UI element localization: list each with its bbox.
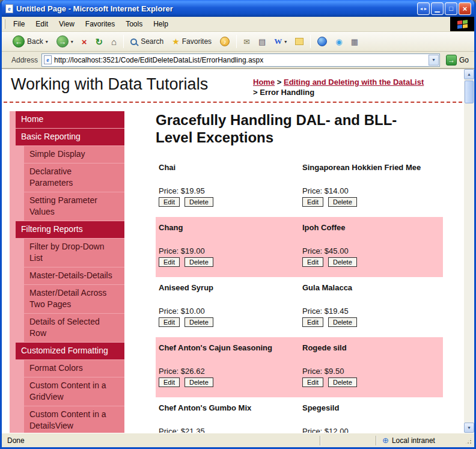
scrollbar-thumb[interactable]	[465, 81, 474, 103]
product-name: Gula Malacca	[302, 283, 439, 292]
close-button[interactable]: ×	[459, 2, 471, 15]
sidebar-item-custom-content-detailsview[interactable]: Custom Content in a DetailsView	[24, 406, 124, 433]
research-button[interactable]	[314, 34, 331, 49]
edit-button[interactable]: Edit	[159, 317, 180, 327]
product-price: Price: $19.95	[159, 186, 296, 195]
sidebar-item-basic-reporting[interactable]: Basic Reporting	[16, 129, 124, 145]
home-button[interactable]: ⌂	[108, 35, 120, 49]
favorites-button[interactable]: ★ Favorites	[168, 35, 215, 48]
sidebar-item-master-details-details[interactable]: Master-Details-Details	[24, 267, 124, 284]
delete-button[interactable]: Delete	[328, 377, 357, 387]
delete-button[interactable]: Delete	[328, 257, 357, 267]
intranet-zone-icon: ⊕	[382, 436, 389, 445]
status-text: Done	[4, 435, 318, 446]
title-bar[interactable]: e Untitled Page - Microsoft Internet Exp…	[2, 0, 474, 17]
sidebar-item-declarative-parameters[interactable]: Declarative Parameters	[24, 163, 124, 192]
delete-button[interactable]: Delete	[185, 317, 213, 327]
security-zone-label: Local intranet	[392, 436, 435, 445]
menu-favorites[interactable]: Favorites	[80, 17, 120, 31]
browser-viewport: Working with Data Tutorials Home > Editi…	[2, 69, 474, 433]
forward-button[interactable]: → ▾	[53, 33, 77, 50]
sidebar-item-custom-content-gridview[interactable]: Custom Content in a GridView	[24, 377, 124, 406]
toolbar-separator	[236, 35, 237, 48]
edit-button[interactable]: Edit	[302, 317, 323, 327]
product-price: Price: $12.00	[302, 427, 439, 433]
menu-tools[interactable]: Tools	[120, 17, 148, 31]
sidebar-item-format-colors[interactable]: Format Colors	[24, 360, 124, 377]
menubar-grip[interactable]	[4, 19, 5, 29]
go-label: Go	[459, 56, 469, 64]
sidebar-item-filtering-reports[interactable]: Filtering Reports	[16, 221, 124, 238]
go-button[interactable]: → Go	[444, 54, 471, 66]
resize-grip[interactable]	[465, 437, 472, 445]
messenger-button[interactable]: ◉	[332, 35, 346, 48]
sidebar-item-customized-formatting[interactable]: Customized Formatting	[16, 343, 124, 359]
sidebar-item-simple-display[interactable]: Simple Display	[24, 146, 124, 163]
product-name: Chang	[159, 223, 296, 232]
sidebar-item-filter-by-dropdown-list[interactable]: Filter by Drop-Down List	[24, 239, 124, 267]
stop-button[interactable]: ×	[78, 35, 91, 49]
vertical-scrollbar[interactable]: ▲ ▼	[464, 69, 474, 433]
search-label: Search	[141, 37, 163, 46]
statusbar-separator	[376, 436, 377, 445]
edit-button[interactable]: Edit	[159, 197, 180, 207]
product-price: Price: $9.50	[302, 367, 439, 376]
product-price: Price: $21.35	[159, 427, 296, 433]
edit-button[interactable]: Edit	[302, 197, 323, 207]
page-body: Home Basic Reporting Simple Display Decl…	[2, 103, 464, 433]
discuss-button[interactable]	[291, 35, 307, 47]
sidebar-item-home[interactable]: Home	[16, 111, 124, 128]
delete-button[interactable]: Delete	[328, 317, 357, 327]
product-name: Aniseed Syrup	[159, 283, 296, 292]
back-button[interactable]: ← Back ▾	[9, 33, 52, 50]
minimize-button[interactable]: ▁	[431, 2, 444, 15]
product-row: Chang Price: $19.00 EditDelete Ipoh Coff…	[156, 217, 443, 277]
sidebar-item-details-of-selected-row[interactable]: Details of Selected Row	[24, 314, 124, 342]
delete-button[interactable]: Delete	[328, 197, 357, 207]
favorites-label: Favorites	[182, 37, 212, 46]
delete-button[interactable]: Delete	[185, 257, 213, 267]
delete-button[interactable]: Delete	[185, 197, 213, 207]
mail-button[interactable]: ✉	[240, 35, 254, 48]
edit-with-word-button[interactable]: W ▾	[270, 34, 290, 49]
product-row: Chef Anton's Cajun Seasoning Price: $26.…	[156, 337, 443, 397]
maximize-button[interactable]: □	[445, 2, 457, 15]
window-title: Untitled Page - Microsoft Internet Explo…	[16, 4, 414, 13]
breadcrumb-separator: >	[253, 88, 258, 97]
edit-button[interactable]: Edit	[302, 257, 323, 267]
product-cell: Singaporean Hokkien Fried Mee Price: $14…	[299, 157, 443, 217]
breadcrumb-home-link[interactable]: Home	[253, 78, 275, 87]
page-header: Working with Data Tutorials Home > Editi…	[4, 69, 462, 103]
sidebar-item-master-detail-across-two-pages[interactable]: Master/Detail Across Two Pages	[24, 285, 124, 313]
edit-button[interactable]: Edit	[159, 377, 180, 387]
menu-file[interactable]: File	[8, 17, 30, 31]
edit-button[interactable]: Edit	[302, 377, 323, 387]
breadcrumb-section-link[interactable]: Editing and Deleting with the DataList	[284, 78, 424, 87]
site-title: Working with Data Tutorials	[11, 75, 208, 94]
product-name: Chai	[159, 163, 296, 172]
menu-edit[interactable]: Edit	[30, 17, 53, 31]
edit-button[interactable]: Edit	[159, 257, 180, 267]
print-button[interactable]: ▤	[255, 35, 269, 48]
favorites-icon: ★	[172, 37, 180, 46]
product-price: Price: $19.45	[302, 307, 439, 316]
menu-view[interactable]: View	[53, 17, 80, 31]
toolbar-separator	[123, 35, 124, 48]
address-input[interactable]	[54, 56, 426, 64]
word-dropdown-icon: ▾	[284, 39, 287, 44]
sidebar-item-setting-parameter-values[interactable]: Setting Parameter Values	[24, 192, 124, 221]
menu-help[interactable]: Help	[148, 17, 174, 31]
address-dropdown-button[interactable]: ▾	[429, 55, 439, 66]
media-button[interactable]: ♪	[216, 34, 233, 49]
globe-icon	[317, 37, 327, 46]
scroll-down-button[interactable]: ▼	[464, 423, 474, 433]
product-name: Ipoh Coffee	[302, 223, 439, 232]
quick-launch-button[interactable]: ▦	[347, 35, 362, 48]
refresh-button[interactable]: ↻	[91, 35, 106, 49]
title-arrows-button[interactable]: ◄►	[417, 2, 430, 15]
forward-dropdown-icon: ▾	[71, 39, 73, 44]
scroll-up-button[interactable]: ▲	[464, 69, 474, 79]
delete-button[interactable]: Delete	[185, 377, 213, 387]
search-button[interactable]: Search	[127, 35, 167, 48]
product-price: Price: $19.00	[159, 246, 296, 255]
